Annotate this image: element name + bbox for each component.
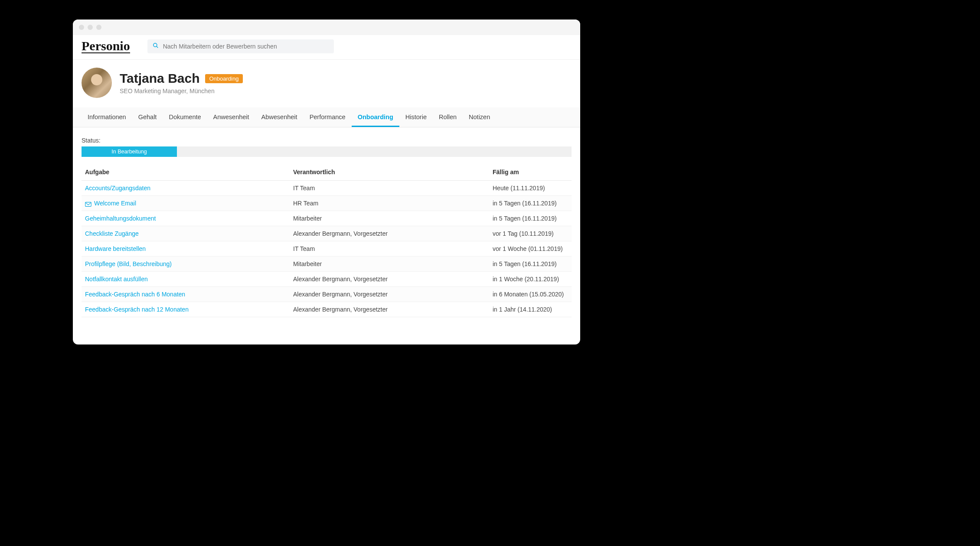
employee-subtitle: SEO Marketing Manager, München	[120, 88, 243, 94]
task-label: Feedback-Gespräch nach 6 Monaten	[85, 291, 185, 298]
content-area: Status: In Bearbeitung Aufgabe Verantwor…	[73, 127, 580, 344]
tasks-table: Aufgabe Verantwortlich Fällig am Account…	[82, 165, 572, 317]
table-row: Feedback-Gespräch nach 12 MonatenAlexand…	[82, 302, 572, 317]
tab-notizen[interactable]: Notizen	[463, 107, 496, 127]
table-row: Hardware bereitstellenIT Teamvor 1 Woche…	[82, 241, 572, 257]
profile-info: Tatjana Bach Onboarding SEO Marketing Ma…	[120, 71, 243, 94]
app-window: Personio Tatjana Bach Onboarding SEO Mar…	[73, 20, 580, 344]
table-row: Accounts/ZugangsdatenIT TeamHeute (11.11…	[82, 181, 572, 196]
col-header-due: Fällig am	[493, 169, 568, 176]
status-badge: Onboarding	[205, 74, 243, 83]
responsible-cell: Alexander Bergmann, Vorgesetzter	[293, 306, 493, 313]
table-header: Aufgabe Verantwortlich Fällig am	[82, 165, 572, 181]
task-label: Notfallkontakt ausfüllen	[85, 276, 148, 283]
svg-point-0	[153, 43, 157, 47]
status-progress-bar: In Bearbeitung	[82, 146, 572, 157]
tab-abwesenheit[interactable]: Abwesenheit	[255, 107, 304, 127]
due-cell: in 1 Woche (20.11.2019)	[493, 276, 568, 283]
task-link[interactable]: Welcome Email	[85, 200, 293, 207]
svg-rect-2	[85, 202, 91, 206]
top-bar: Personio	[73, 35, 580, 60]
task-link[interactable]: Geheimhaltungsdokument	[85, 215, 293, 222]
window-close-button[interactable]	[79, 25, 84, 30]
table-row: Welcome EmailHR Teamin 5 Tagen (16.11.20…	[82, 196, 572, 211]
due-cell: vor 1 Tag (10.11.2019)	[493, 230, 568, 237]
table-row: Profilpflege (Bild, Beschreibung)Mitarbe…	[82, 257, 572, 272]
task-label: Welcome Email	[94, 200, 136, 207]
tab-performance[interactable]: Performance	[304, 107, 352, 127]
responsible-cell: Alexander Bergmann, Vorgesetzter	[293, 230, 493, 237]
search-icon	[153, 42, 159, 50]
task-label: Checkliste Zugänge	[85, 230, 139, 237]
task-link[interactable]: Notfallkontakt ausfüllen	[85, 276, 293, 283]
brand-logo[interactable]: Personio	[82, 39, 130, 53]
mail-icon	[85, 201, 91, 206]
task-label: Profilpflege (Bild, Beschreibung)	[85, 260, 172, 267]
task-link[interactable]: Profilpflege (Bild, Beschreibung)	[85, 260, 293, 267]
search-input[interactable]	[163, 43, 329, 50]
table-row: Notfallkontakt ausfüllenAlexander Bergma…	[82, 272, 572, 287]
search-box[interactable]	[147, 39, 334, 53]
table-row: Feedback-Gespräch nach 6 MonatenAlexande…	[82, 287, 572, 302]
due-cell: in 5 Tagen (16.11.2019)	[493, 215, 568, 222]
responsible-cell: IT Team	[293, 185, 493, 192]
responsible-cell: Alexander Bergmann, Vorgesetzter	[293, 276, 493, 283]
responsible-cell: HR Team	[293, 200, 493, 207]
due-cell: Heute (11.11.2019)	[493, 185, 568, 192]
avatar[interactable]	[82, 68, 112, 98]
window-titlebar	[73, 20, 580, 35]
tab-dokumente[interactable]: Dokumente	[163, 107, 207, 127]
table-row: GeheimhaltungsdokumentMitarbeiterin 5 Ta…	[82, 211, 572, 226]
task-link[interactable]: Feedback-Gespräch nach 6 Monaten	[85, 291, 293, 298]
task-label: Hardware bereitstellen	[85, 245, 146, 252]
task-label: Feedback-Gespräch nach 12 Monaten	[85, 306, 189, 313]
svg-line-1	[157, 46, 158, 48]
task-label: Accounts/Zugangsdaten	[85, 185, 150, 192]
responsible-cell: IT Team	[293, 245, 493, 252]
col-header-task: Aufgabe	[85, 169, 293, 176]
responsible-cell: Mitarbeiter	[293, 215, 493, 222]
task-link[interactable]: Accounts/Zugangsdaten	[85, 185, 293, 192]
tab-historie[interactable]: Historie	[399, 107, 433, 127]
task-link[interactable]: Checkliste Zugänge	[85, 230, 293, 237]
profile-header: Tatjana Bach Onboarding SEO Marketing Ma…	[73, 60, 580, 107]
tab-informationen[interactable]: Informationen	[82, 107, 132, 127]
due-cell: vor 1 Woche (01.11.2019)	[493, 245, 568, 252]
responsible-cell: Mitarbeiter	[293, 260, 493, 267]
responsible-cell: Alexander Bergmann, Vorgesetzter	[293, 291, 493, 298]
tab-onboarding[interactable]: Onboarding	[352, 107, 399, 127]
tab-rollen[interactable]: Rollen	[433, 107, 463, 127]
due-cell: in 6 Monaten (15.05.2020)	[493, 291, 568, 298]
task-label: Geheimhaltungsdokument	[85, 215, 156, 222]
window-minimize-button[interactable]	[88, 25, 93, 30]
window-maximize-button[interactable]	[96, 25, 101, 30]
due-cell: in 5 Tagen (16.11.2019)	[493, 200, 568, 207]
task-link[interactable]: Feedback-Gespräch nach 12 Monaten	[85, 306, 293, 313]
status-label: Status:	[82, 137, 572, 144]
task-link[interactable]: Hardware bereitstellen	[85, 245, 293, 252]
table-row: Checkliste ZugängeAlexander Bergmann, Vo…	[82, 226, 572, 241]
due-cell: in 1 Jahr (14.11.2020)	[493, 306, 568, 313]
tab-gehalt[interactable]: Gehalt	[132, 107, 163, 127]
tab-anwesenheit[interactable]: Anwesenheit	[207, 107, 255, 127]
due-cell: in 5 Tagen (16.11.2019)	[493, 260, 568, 267]
col-header-responsible: Verantwortlich	[293, 169, 493, 176]
status-progress-value: In Bearbeitung	[82, 146, 177, 157]
employee-name: Tatjana Bach	[120, 71, 200, 86]
tab-bar: InformationenGehaltDokumenteAnwesenheitA…	[73, 107, 580, 127]
